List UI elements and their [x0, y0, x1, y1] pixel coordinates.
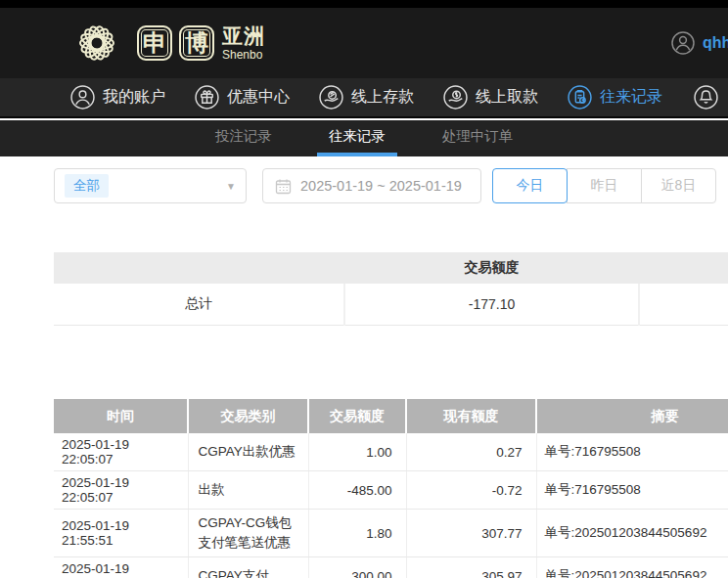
gift-icon [195, 85, 219, 110]
summary-total-value: -177.10 [344, 284, 639, 325]
selected-type-tag: 全部 [65, 174, 109, 198]
nav-item-label: 线上存款 [351, 87, 414, 108]
nav-item-label: 我的账户 [103, 87, 165, 108]
nav-item-notifications[interactable] [694, 85, 718, 110]
cell-time: 2025-01-19 21:55:51 [54, 557, 188, 578]
records-table: 时间 交易类别 交易额度 现有额度 摘要 2025-01-19 22:05:07… [54, 399, 728, 578]
record-tabs-bar: 投注记录 往来记录 处理中订单 [0, 120, 728, 156]
tab-transaction-records[interactable]: 往来记录 [317, 120, 397, 156]
cell-time: 2025-01-19 21:55:51 [54, 510, 188, 557]
cell-type: CGPAY-CG钱包支付笔笔送优惠 [188, 510, 308, 557]
brand-char-shen: 申 [137, 25, 172, 61]
col-header-time: 时间 [54, 399, 188, 433]
username-label[interactable]: qhh [703, 34, 728, 52]
cell-type: CGPAY支付 [188, 557, 308, 578]
col-header-balance: 现有额度 [406, 399, 536, 433]
date-range-value: 2025-01-19 ~ 2025-01-19 [300, 178, 462, 194]
transaction-type-select[interactable]: 全部 ▼ [54, 168, 247, 203]
chevron-down-icon: ▼ [226, 181, 236, 192]
cell-note: 单号:202501203844505692 [536, 510, 728, 557]
withdraw-coin-icon [443, 85, 468, 110]
nav-item-label: 往来记录 [600, 87, 662, 108]
summary-table: 交易额度 总计 -177.10 [54, 252, 728, 326]
top-logo-bar: 申 博 亚洲 Shenbo qhh [0, 8, 728, 78]
main-navigation: 我的账户 优惠中心 线上存款 [0, 78, 728, 118]
table-row: 2025-01-19 21:55:51 CGPAY-CG钱包支付笔笔送优惠 1.… [54, 510, 728, 557]
brand-subtitle: Shenbo [222, 49, 265, 61]
content-area: 全部 ▼ 2025-01-19 ~ 2025-01-19 今日 昨日 近8日 交… [0, 156, 728, 578]
brand-char-bo: 博 [179, 25, 214, 61]
cell-note: 单号:716795508 [536, 433, 728, 471]
cell-amount: 1.80 [308, 510, 406, 557]
nav-item-label: 优惠中心 [227, 87, 290, 108]
last-8-days-button[interactable]: 近8日 [641, 168, 716, 203]
brand-character-boxes: 申 博 [137, 25, 214, 61]
records-header-row: 时间 交易类别 交易额度 现有额度 摘要 [54, 399, 728, 433]
summary-total-label: 总计 [54, 284, 344, 325]
cell-note: 单号:202501203844505692 [536, 557, 728, 578]
transaction-record-icon [568, 85, 592, 110]
table-row: 2025-01-19 21:55:51 CGPAY支付 300.00 305.9… [54, 557, 728, 578]
deposit-coin-icon [319, 85, 343, 110]
nav-item-my-account[interactable]: 我的账户 [70, 85, 165, 110]
nav-item-promotions[interactable]: 优惠中心 [195, 85, 290, 110]
yesterday-button[interactable]: 昨日 [567, 168, 642, 203]
quick-date-buttons: 今日 昨日 近8日 [492, 168, 716, 203]
summary-total-row: 总计 -177.10 [54, 284, 728, 325]
brand-region-text: 亚洲 [222, 25, 265, 46]
table-row: 2025-01-19 22:05:07 CGPAY出款优惠 1.00 0.27 … [54, 433, 728, 471]
date-range-picker[interactable]: 2025-01-19 ~ 2025-01-19 [262, 168, 481, 203]
col-header-type: 交易类别 [188, 399, 308, 433]
cell-balance: -0.72 [406, 471, 536, 510]
cell-type: CGPAY出款优惠 [188, 433, 308, 471]
cell-balance: 305.97 [406, 557, 536, 578]
nav-item-label: 线上取款 [476, 87, 538, 108]
cell-type: 出款 [188, 471, 308, 510]
cell-time: 2025-01-19 22:05:07 [54, 433, 188, 471]
today-button[interactable]: 今日 [492, 168, 568, 203]
top-black-strip [0, 0, 728, 8]
brand-region-block: 亚洲 Shenbo [222, 25, 265, 61]
nav-item-deposit[interactable]: 线上存款 [319, 85, 414, 110]
table-row: 2025-01-19 22:05:07 出款 -485.00 -0.72 单号:… [54, 471, 728, 510]
cell-amount: -485.00 [308, 471, 406, 510]
summary-empty-cell [639, 284, 728, 325]
tab-processing-orders[interactable]: 处理中订单 [431, 120, 525, 156]
summary-header-row: 交易额度 [54, 252, 728, 284]
tab-betting-records[interactable]: 投注记录 [204, 120, 284, 156]
summary-header-empty [54, 252, 344, 284]
cell-time: 2025-01-19 22:05:07 [54, 471, 188, 510]
nav-item-withdraw[interactable]: 线上取款 [443, 85, 538, 110]
cell-balance: 0.27 [406, 433, 536, 471]
cell-amount: 300.00 [308, 557, 406, 578]
summary-header-amount: 交易额度 [344, 252, 639, 284]
col-header-note: 摘要 [536, 399, 728, 433]
cell-amount: 1.00 [308, 433, 406, 471]
cell-note: 单号:716795508 [536, 471, 728, 510]
nav-item-transaction-records[interactable]: 往来记录 [568, 85, 662, 110]
notification-bell-icon [694, 85, 718, 110]
flower-logo-icon [65, 13, 129, 73]
cell-balance: 307.77 [406, 510, 536, 557]
summary-header-empty [639, 252, 728, 284]
calendar-icon [275, 178, 292, 195]
col-header-amount: 交易额度 [308, 399, 406, 433]
user-account-area[interactable]: qhh [671, 8, 728, 78]
user-avatar-icon [671, 31, 695, 55]
brand-logo[interactable]: 申 博 亚洲 Shenbo [65, 13, 265, 73]
user-circle-icon [70, 85, 95, 110]
